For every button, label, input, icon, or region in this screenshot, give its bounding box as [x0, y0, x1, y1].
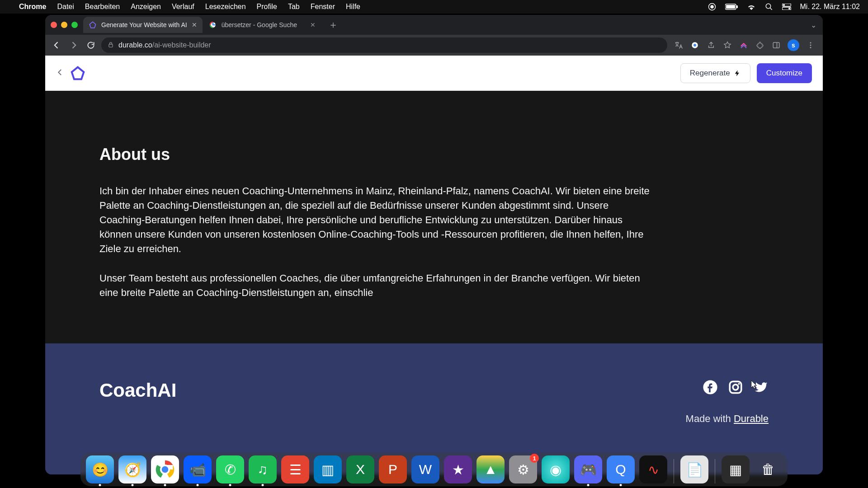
page-viewport: Regenerate Customize About us Ich bin de…	[45, 56, 823, 474]
share-icon[interactable]	[706, 40, 716, 50]
svg-point-26	[161, 465, 169, 474]
zoom-icon[interactable]: 📹	[184, 455, 212, 483]
settings-badge: 1	[530, 454, 539, 463]
dock-separator	[715, 459, 715, 483]
extensions-icon[interactable]	[755, 40, 765, 50]
trash-icon[interactable]: 🗑	[754, 455, 782, 483]
url-host: durable.co	[118, 41, 152, 49]
tabstrip: Generate Your Website with AI ✕ übersetz…	[45, 15, 823, 35]
excel-icon[interactable]: X	[346, 455, 374, 483]
spotify-icon[interactable]: ♫	[249, 455, 277, 483]
dock: 😊 🧭 📹 ✆ ♫ ☰ ▥ X P W ★ ▲ ⚙1 ◉ 🎮 Q ∿ 📄 ▦ 🗑	[0, 453, 868, 486]
svg-rect-21	[730, 381, 741, 393]
back-button[interactable]	[50, 38, 63, 52]
instagram-icon[interactable]	[728, 380, 743, 395]
cursor-icon	[750, 380, 759, 389]
bookmark-star-icon[interactable]	[722, 40, 732, 50]
durable-favicon-icon	[89, 21, 97, 29]
svg-point-18	[810, 45, 811, 46]
svg-point-8	[783, 4, 785, 6]
quicktime-icon[interactable]: Q	[607, 455, 635, 483]
menu-profile[interactable]: Profile	[257, 3, 277, 11]
bolt-icon	[734, 70, 741, 77]
screen-record-icon[interactable]	[708, 3, 716, 11]
menubar-app-name[interactable]: Chrome	[19, 3, 46, 11]
chrome-app-icon[interactable]	[151, 455, 179, 483]
safari-icon[interactable]: 🧭	[118, 455, 146, 483]
chrome-menu-icon[interactable]	[806, 40, 816, 50]
site-preview[interactable]: About us Ich bin der Inhaber eines neuen…	[45, 91, 823, 474]
made-with-prefix: Made with	[686, 413, 734, 424]
new-tab-button[interactable]: ＋	[322, 18, 344, 32]
svg-point-17	[810, 42, 811, 43]
google-ext-icon[interactable]	[690, 40, 700, 50]
url-path: /ai-website-builder	[152, 41, 211, 49]
about-section: About us Ich bin der Inhaber eines neuen…	[45, 91, 823, 361]
menu-bearbeiten[interactable]: Bearbeiten	[85, 3, 120, 11]
tab-active[interactable]: Generate Your Website with AI ✕	[83, 17, 203, 33]
tabs-dropdown-icon[interactable]: ⌄	[804, 21, 823, 29]
svg-point-1	[710, 5, 714, 9]
customize-button[interactable]: Customize	[757, 63, 812, 83]
lock-icon	[108, 42, 114, 49]
app-header: Regenerate Customize	[45, 56, 823, 91]
svg-rect-4	[726, 5, 735, 9]
settings-icon[interactable]: ⚙1	[509, 455, 537, 483]
durable-logo-icon[interactable]	[71, 66, 85, 80]
trello-icon[interactable]: ▥	[314, 455, 342, 483]
svg-point-5	[766, 4, 771, 9]
wifi-icon[interactable]	[747, 4, 756, 10]
search-icon[interactable]	[765, 3, 773, 11]
menu-fenster[interactable]: Fenster	[311, 3, 335, 11]
siri-icon[interactable]: ◉	[542, 455, 570, 483]
close-tab-icon[interactable]: ✕	[192, 21, 197, 28]
voice-memos-icon[interactable]: ∿	[639, 455, 667, 483]
about-paragraph-1: Ich bin der Inhaber eines neuen Coaching…	[99, 184, 656, 256]
imovie-icon[interactable]: ★	[444, 455, 472, 483]
menu-anzeigen[interactable]: Anzeigen	[131, 3, 161, 11]
svg-rect-12	[109, 44, 113, 47]
menu-lesezeichen[interactable]: Lesezeichen	[205, 3, 246, 11]
menu-verlauf[interactable]: Verlauf	[172, 3, 194, 11]
maximize-window-button[interactable]	[71, 22, 78, 28]
sidepanel-icon[interactable]	[771, 40, 781, 50]
google-drive-icon[interactable]: ▲	[476, 455, 505, 483]
mission-control-icon[interactable]: ▦	[722, 455, 750, 483]
todoist-icon[interactable]: ☰	[281, 455, 309, 483]
twitter-icon[interactable]	[753, 380, 769, 395]
profile-avatar[interactable]: s	[788, 39, 799, 51]
address-bar[interactable]: durable.co/ai-website-builder	[101, 38, 667, 53]
powerpoint-icon[interactable]: P	[379, 455, 407, 483]
menu-tab[interactable]: Tab	[288, 3, 300, 11]
close-window-button[interactable]	[51, 22, 57, 28]
svg-point-10	[788, 8, 790, 9]
finder-icon[interactable]: 😊	[86, 455, 114, 483]
battery-icon[interactable]	[725, 4, 738, 10]
menu-datei[interactable]: Datei	[57, 3, 74, 11]
facebook-icon[interactable]	[703, 380, 718, 395]
discord-icon[interactable]: 🎮	[574, 455, 602, 483]
minimize-window-button[interactable]	[61, 22, 67, 28]
app-back-button[interactable]	[56, 67, 64, 79]
dock-separator	[674, 459, 674, 483]
svg-point-14	[693, 44, 696, 47]
word-icon[interactable]: W	[411, 455, 439, 483]
durable-link[interactable]: Durable	[734, 413, 769, 424]
whatsapp-icon[interactable]: ✆	[216, 455, 244, 483]
menubar-clock[interactable]: Mi. 22. März 11:02	[800, 3, 860, 11]
menu-hilfe[interactable]: Hilfe	[346, 3, 360, 11]
forward-button[interactable]	[67, 38, 80, 52]
control-center-icon[interactable]	[782, 4, 791, 10]
regenerate-button[interactable]: Regenerate	[680, 63, 750, 83]
tab-inactive[interactable]: übersetzer - Google Suche ✕	[203, 17, 321, 33]
made-with: Made with Durable	[686, 413, 769, 425]
google-favicon-icon	[209, 21, 217, 29]
footer-brand: CoachAI	[99, 380, 176, 401]
close-tab-icon[interactable]: ✕	[310, 21, 316, 28]
translate-icon[interactable]	[674, 40, 684, 50]
tab-title: Generate Your Website with AI	[101, 21, 187, 28]
textedit-icon[interactable]: 📄	[680, 455, 708, 483]
reload-button[interactable]	[84, 38, 98, 52]
window-controls	[51, 22, 78, 28]
clickup-ext-icon[interactable]	[739, 40, 749, 50]
